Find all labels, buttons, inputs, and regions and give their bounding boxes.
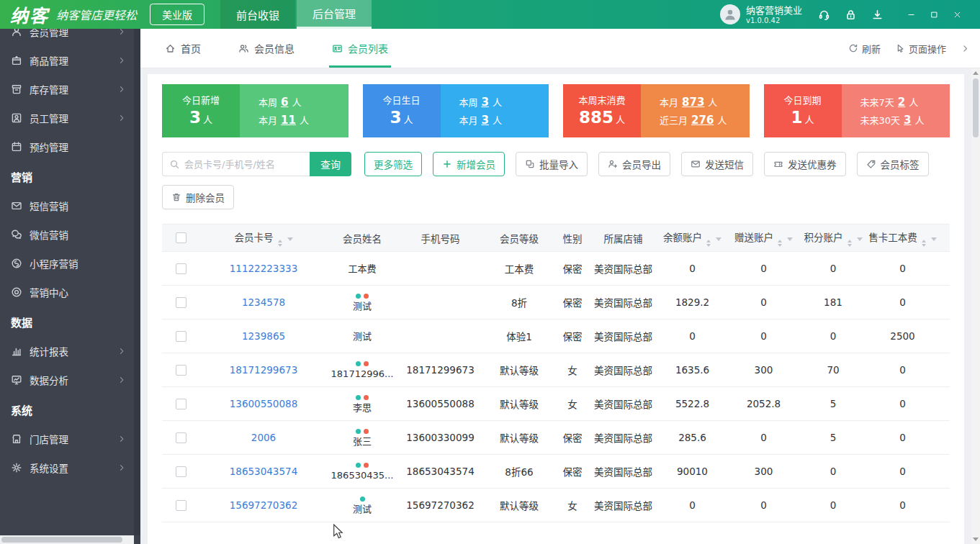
table-row: 15697270362测试15697270362默认等级女美资国际总部0000	[162, 489, 950, 522]
sidebar-item[interactable]: 会员管理	[0, 29, 140, 46]
sort-icon[interactable]	[278, 240, 282, 247]
scroll-up-arrow[interactable]	[973, 71, 979, 75]
wechat-icon	[11, 229, 22, 240]
sidebar-item[interactable]: 小程序营销	[0, 249, 140, 278]
member-export-button[interactable]: 会员导出	[598, 152, 670, 176]
download-icon[interactable]	[871, 9, 884, 21]
page-tab-2[interactable]: 会员信息	[235, 29, 297, 68]
select-all-checkbox[interactable]	[176, 232, 186, 243]
stat-subvalue: 276	[691, 114, 714, 127]
sidebar-item[interactable]: 系统设置	[0, 453, 140, 482]
column-header[interactable]: 赠送账户	[729, 225, 799, 252]
report-icon	[11, 345, 22, 357]
filter-icon[interactable]	[287, 237, 293, 241]
button-label: 会员标签	[881, 157, 920, 171]
scroll-down-arrow[interactable]	[973, 538, 979, 541]
member-card-link[interactable]: 1234578	[242, 296, 285, 308]
column-header[interactable]: 会员卡号	[199, 225, 328, 252]
sidebar-horizontal-scrollbar[interactable]	[0, 535, 134, 544]
refresh-button[interactable]: 刷新	[848, 42, 881, 55]
send-sms-button[interactable]: 发送短信	[681, 152, 753, 176]
row-checkbox[interactable]	[176, 466, 186, 477]
filler-column	[938, 225, 950, 252]
sort-icon[interactable]	[778, 240, 782, 247]
sidebar-item[interactable]: 门店管理	[0, 425, 140, 453]
lock-icon[interactable]	[845, 9, 857, 21]
points-cell: 5	[799, 387, 868, 421]
sidebar-item[interactable]: 员工管理	[0, 104, 140, 132]
sidebar-item[interactable]: 营销中心	[0, 278, 140, 307]
member-card-link[interactable]: 2006	[251, 432, 276, 443]
user-info[interactable]: 纳客营销美业 v1.0.0.42	[720, 4, 802, 24]
filter-icon[interactable]	[857, 237, 863, 241]
row-checkbox[interactable]	[176, 365, 186, 376]
support-icon[interactable]	[818, 9, 830, 21]
stat-subvalue: 3	[904, 114, 911, 127]
filter-icon[interactable]	[787, 237, 793, 241]
content-scrollbar[interactable]	[971, 68, 980, 544]
store-cell: 美资国际总部	[590, 455, 656, 489]
filter-icon[interactable]	[931, 237, 937, 241]
topbar-tab-2[interactable]: 后台管理	[297, 0, 372, 29]
page-tab-3[interactable]: 会员列表	[329, 29, 391, 68]
member-card-link[interactable]: 13600550088	[230, 398, 297, 409]
more-filter-button[interactable]: 更多筛选	[364, 152, 422, 176]
user-avatar	[720, 4, 740, 24]
sidebar-vertical-scrollbar[interactable]	[134, 29, 140, 535]
sidebar-item[interactable]: 商品管理	[0, 46, 140, 75]
row-checkbox[interactable]	[176, 297, 186, 308]
row-checkbox[interactable]	[176, 263, 186, 274]
member-search-input[interactable]	[184, 159, 303, 170]
sms-icon	[11, 200, 22, 212]
close-button[interactable]	[945, 10, 968, 19]
filter-icon[interactable]	[716, 237, 721, 241]
level-cell: 默认等级	[484, 421, 554, 455]
maximize-button[interactable]	[922, 10, 945, 19]
sidebar-item[interactable]: 统计报表	[0, 337, 140, 366]
column-header[interactable]: 积分账户	[799, 225, 868, 252]
row-checkbox[interactable]	[176, 331, 186, 342]
column-header: 会员等级	[484, 225, 554, 252]
edition-button[interactable]: 美业版	[150, 4, 204, 25]
page-tab-1[interactable]: 首页	[162, 29, 204, 68]
sidebar-item[interactable]: 微信营销	[0, 220, 140, 249]
member-tag-button[interactable]: 会员标签	[857, 152, 929, 176]
page-operations-button[interactable]: 页面操作	[895, 42, 946, 55]
refresh-icon	[848, 43, 858, 53]
maximize-icon	[930, 10, 939, 19]
miniprogram-icon	[11, 258, 22, 269]
add-member-button[interactable]: 新增会员	[433, 152, 505, 176]
phone-cell	[397, 286, 484, 319]
minimize-button[interactable]	[899, 10, 922, 19]
batch-import-button[interactable]: 批量导入	[516, 152, 588, 176]
sort-icon[interactable]	[922, 240, 926, 247]
sort-icon[interactable]	[848, 240, 852, 247]
topbar-tab-1[interactable]: 前台收银	[220, 0, 295, 29]
level-cell: 体验1	[484, 319, 554, 353]
row-checkbox[interactable]	[176, 432, 186, 443]
member-card-link[interactable]: 11122223333	[230, 263, 297, 274]
member-card-link[interactable]: 15697270362	[230, 499, 297, 511]
page-actions-expand-icon[interactable]	[961, 44, 970, 53]
sidebar-item[interactable]: 短信营销	[0, 191, 140, 220]
member-card-link[interactable]: 1239865	[242, 330, 285, 342]
row-checkbox[interactable]	[176, 500, 186, 511]
member-card-link[interactable]: 18653043574	[230, 466, 297, 477]
balance-cell: 1635.6	[656, 353, 729, 387]
phone-cell: 15697270362	[397, 489, 484, 522]
row-checkbox[interactable]	[176, 399, 186, 409]
scrollbar-thumb[interactable]	[1, 537, 122, 543]
send-coupon-button[interactable]: 发送优惠券	[764, 152, 846, 176]
column-header[interactable]: 售卡工本费	[868, 225, 938, 252]
sort-icon[interactable]	[706, 240, 711, 247]
delete-member-button[interactable]: 删除会员	[162, 185, 234, 209]
sidebar-item[interactable]: 数据分析	[0, 366, 140, 394]
search-button[interactable]: 查询	[310, 152, 351, 176]
stat-value: 3	[390, 108, 401, 127]
scrollbar-thumb[interactable]	[973, 78, 979, 137]
phone-cell: 13600330099	[397, 421, 484, 455]
member-card-link[interactable]: 18171299673	[230, 364, 297, 376]
column-header[interactable]: 余额账户	[656, 225, 729, 252]
sidebar-item[interactable]: 预约管理	[0, 132, 140, 161]
sidebar-item[interactable]: 库存管理	[0, 75, 140, 104]
